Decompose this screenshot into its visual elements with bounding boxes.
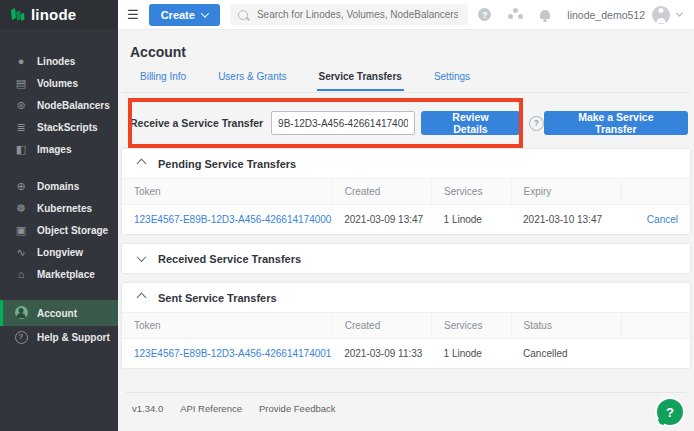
nodebalancer-icon: ⊛ xyxy=(14,100,28,111)
sidebar-item-volumes[interactable]: ▤ Volumes xyxy=(0,72,118,94)
sidebar-item-domains[interactable]: ⊕ Domains xyxy=(0,175,118,197)
topbar: ☰ Create ? linode_demo512 xyxy=(118,0,694,30)
table-row: 123E4567-E89B-12D3-A456-426614174000 202… xyxy=(122,205,690,235)
main-column: ☰ Create ? linode_demo512 Acc xyxy=(118,0,694,431)
pending-transfers-table: Token Created Services Expiry 123E4567-E… xyxy=(122,178,690,234)
expand-chevron-icon xyxy=(137,252,147,262)
pending-transfers-header[interactable]: Pending Service Transfers xyxy=(122,149,690,178)
make-service-transfer-button[interactable]: Make a Service Transfer xyxy=(544,111,688,135)
tabs-divider xyxy=(122,92,690,93)
search-icon xyxy=(238,10,248,20)
token-link[interactable]: 123E4567-E89B-12D3-A456-426614174001 xyxy=(134,348,331,359)
expiry-cell: 2021-03-10 13:47 xyxy=(511,205,622,235)
content-area: Account Billing Info Users & Grants Serv… xyxy=(118,30,694,431)
images-icon: ◧ xyxy=(14,144,28,155)
sidebar-item-stackscripts[interactable]: ≣ StackScripts xyxy=(0,116,118,138)
sent-transfers-card: Sent Service Transfers Token Created Ser… xyxy=(122,283,690,368)
col-header-services: Services xyxy=(432,179,512,205)
logo-text: linode xyxy=(31,6,76,23)
provide-feedback-link[interactable]: Provide Feedback xyxy=(259,403,336,414)
tab-service-transfers[interactable]: Service Transfers xyxy=(317,71,404,91)
status-cell: Cancelled xyxy=(511,339,622,369)
kubernetes-helm-icon: ☸ xyxy=(14,203,28,214)
user-menu[interactable]: linode_demo512 xyxy=(567,6,682,24)
cancel-link[interactable]: Cancel xyxy=(647,214,678,225)
help-icon[interactable]: ? xyxy=(478,8,491,21)
help-chat-bubble-icon[interactable]: ? xyxy=(657,399,683,425)
receive-token-input[interactable] xyxy=(271,111,415,135)
col-header-services: Services xyxy=(432,313,512,339)
collapse-chevron-icon xyxy=(137,159,147,169)
col-header-created: Created xyxy=(332,313,431,339)
stackscripts-icon: ≣ xyxy=(14,122,28,133)
sidebar-item-kubernetes[interactable]: ☸ Kubernetes xyxy=(0,197,118,219)
create-button[interactable]: Create xyxy=(149,4,220,26)
sidebar: linode ● Linodes ▤ Volumes ⊛ NodeBalance… xyxy=(0,0,118,431)
sidebar-item-linodes[interactable]: ● Linodes xyxy=(0,50,118,72)
marketplace-bag-icon: ⌂ xyxy=(14,269,28,280)
col-header-expiry: Expiry xyxy=(511,179,622,205)
sent-transfers-table: Token Created Services Status 123E4567-E… xyxy=(122,312,690,368)
tab-settings[interactable]: Settings xyxy=(432,71,472,91)
help-tooltip-icon[interactable]: ? xyxy=(529,116,544,131)
version-label: v1.34.0 xyxy=(132,403,163,414)
sidebar-item-account[interactable]: Account xyxy=(0,300,118,326)
review-details-button[interactable]: Review Details xyxy=(421,111,520,135)
col-header-empty xyxy=(622,313,690,339)
sidebar-item-marketplace[interactable]: ⌂ Marketplace xyxy=(0,263,118,285)
username: linode_demo512 xyxy=(567,9,645,21)
footer: v1.34.0 API Reference Provide Feedback xyxy=(126,392,686,414)
chevron-down-icon xyxy=(201,9,209,17)
collapse-chevron-icon xyxy=(137,293,147,303)
col-header-token: Token xyxy=(122,179,332,205)
sidebar-nav: ● Linodes ▤ Volumes ⊛ NodeBalancers ≣ St… xyxy=(0,29,118,363)
sidebar-item-object-storage[interactable]: ▣ Object Storage xyxy=(0,219,118,241)
table-row: 123E4567-E89B-12D3-A456-426614174001 202… xyxy=(122,339,690,369)
api-reference-link[interactable]: API Reference xyxy=(180,403,242,414)
sidebar-item-nodebalancers[interactable]: ⊛ NodeBalancers xyxy=(0,94,118,116)
sidebar-item-longview[interactable]: ∿ Longview xyxy=(0,241,118,263)
search-bar[interactable] xyxy=(230,4,468,25)
received-transfers-card: Received Service Transfers xyxy=(122,244,690,273)
object-storage-bucket-icon: ▣ xyxy=(14,225,28,236)
sidebar-item-help-support[interactable]: ? Help & Support xyxy=(0,326,118,348)
community-icon[interactable] xyxy=(508,8,523,21)
services-cell: 1 Linode xyxy=(432,205,512,235)
services-cell: 1 Linode xyxy=(432,339,512,369)
sidebar-item-images[interactable]: ◧ Images xyxy=(0,138,118,160)
longview-pulse-icon: ∿ xyxy=(14,247,28,258)
topbar-icons: ? linode_demo512 xyxy=(478,6,682,24)
col-header-token: Token xyxy=(122,313,332,339)
linode-icon: ● xyxy=(14,56,28,67)
sent-transfers-header[interactable]: Sent Service Transfers xyxy=(122,283,690,312)
help-question-icon: ? xyxy=(15,331,28,344)
col-header-status: Status xyxy=(511,313,622,339)
avatar xyxy=(652,6,670,24)
page-title: Account xyxy=(130,44,690,60)
tab-users-grants[interactable]: Users & Grants xyxy=(216,71,288,91)
hamburger-menu-icon[interactable]: ☰ xyxy=(127,8,139,21)
token-link[interactable]: 123E4567-E89B-12D3-A456-426614174000 xyxy=(134,214,331,225)
domains-globe-icon: ⊕ xyxy=(14,181,28,192)
col-header-created: Created xyxy=(332,179,431,205)
linode-logo[interactable]: linode xyxy=(0,0,118,29)
notifications-bell-icon[interactable] xyxy=(540,10,550,19)
volumes-icon: ▤ xyxy=(14,78,28,89)
tab-billing-info[interactable]: Billing Info xyxy=(138,71,188,91)
tab-bar: Billing Info Users & Grants Service Tran… xyxy=(138,71,690,92)
chevron-down-icon xyxy=(676,10,683,17)
receive-transfer-label: Receive a Service Transfer xyxy=(130,117,263,129)
linode-logo-icon xyxy=(10,7,25,23)
created-cell: 2021-03-09 13:47 xyxy=(332,205,431,235)
pending-transfers-card: Pending Service Transfers Token Created … xyxy=(122,149,690,234)
account-person-icon xyxy=(15,306,28,319)
app-window: linode ● Linodes ▤ Volumes ⊛ NodeBalance… xyxy=(0,0,694,431)
col-header-actions xyxy=(622,179,690,205)
received-transfers-header[interactable]: Received Service Transfers xyxy=(122,244,690,273)
created-cell: 2021-03-09 11:33 xyxy=(332,339,431,369)
transfer-actions-row: Receive a Service Transfer Review Detail… xyxy=(130,110,688,136)
search-input[interactable] xyxy=(255,8,460,21)
